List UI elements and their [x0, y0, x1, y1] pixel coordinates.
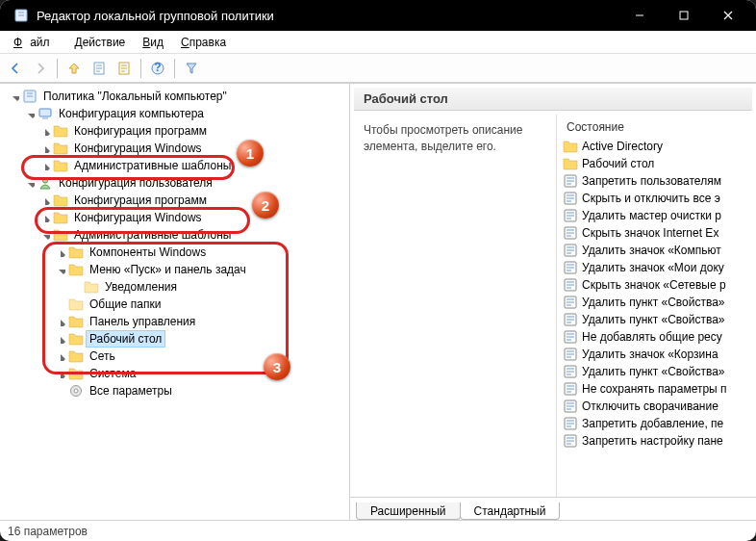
- svg-rect-11: [680, 12, 688, 19]
- list-item[interactable]: Удалить пункт «Свойства»: [557, 294, 752, 311]
- tree-item-u_soft[interactable]: Конфигурация программ: [4, 192, 349, 209]
- folder-icon: [53, 141, 68, 156]
- chevron-right-icon[interactable]: [38, 211, 52, 224]
- folder-icon: [563, 139, 578, 154]
- setting-icon: [563, 399, 578, 414]
- folder-icon: [53, 193, 68, 208]
- tab-standard[interactable]: Стандартный: [460, 502, 561, 520]
- minimize-button[interactable]: [617, 0, 662, 31]
- setting-icon: [563, 381, 578, 397]
- list-item[interactable]: Скрыть значок Internet Ex: [557, 224, 752, 242]
- tree-item-cpanel[interactable]: Панель управления: [4, 313, 349, 330]
- toolbar-separator: [140, 59, 141, 78]
- setting-icon: [563, 173, 578, 189]
- filter-button[interactable]: [180, 57, 203, 80]
- list-item[interactable]: Запретить пользователям: [557, 172, 752, 190]
- tree-item-adm_tpl[interactable]: Административные шаблоны: [4, 157, 349, 174]
- setting-icon: [563, 433, 578, 449]
- list-item[interactable]: Скрыть значок «Сетевые р: [557, 276, 752, 294]
- tree-item-win_cfg[interactable]: Конфигурация Windows: [4, 140, 349, 157]
- toolbar: [0, 54, 756, 83]
- export-button[interactable]: [113, 57, 136, 80]
- tree-item-label: Общие папки: [87, 296, 164, 312]
- list-item-label: Не сохранять параметры п: [582, 382, 727, 396]
- back-button[interactable]: [4, 57, 27, 80]
- description-column: Чтобы просмотреть описание элемента, выд…: [354, 115, 556, 497]
- chevron-down-icon[interactable]: [38, 228, 52, 242]
- tree-item-user_cfg[interactable]: Конфигурация пользователя: [4, 174, 349, 192]
- chevron-none-icon: [54, 384, 67, 398]
- list-item[interactable]: Скрыть и отключить все э: [557, 190, 752, 207]
- folder-icon: [563, 156, 578, 171]
- list-item[interactable]: Не добавлять общие ресу: [557, 328, 752, 346]
- chevron-right-icon[interactable]: [54, 349, 67, 363]
- chevron-down-icon[interactable]: [8, 90, 21, 103]
- tree-item-notif[interactable]: Уведомления: [4, 278, 349, 296]
- chevron-down-icon[interactable]: [23, 107, 37, 120]
- up-button[interactable]: [63, 57, 86, 80]
- menu-help[interactable]: Справка: [173, 33, 234, 52]
- list-item[interactable]: Рабочий стол: [557, 155, 752, 172]
- tree-item-shared[interactable]: Общие папки: [4, 296, 349, 313]
- tree-item-soft_cfg[interactable]: Конфигурация программ: [4, 122, 349, 140]
- list-column-state: Состояние: [557, 115, 752, 138]
- chevron-down-icon[interactable]: [54, 263, 67, 276]
- list-item[interactable]: Отключить сворачивание: [557, 398, 752, 415]
- chevron-right-icon[interactable]: [38, 124, 52, 138]
- chevron-right-icon[interactable]: [54, 245, 67, 259]
- list-item[interactable]: Удалить значок «Компьют: [557, 242, 752, 259]
- chevron-none-icon: [54, 297, 67, 311]
- app-window: Редактор локальной групповой политики Фа…: [0, 0, 756, 541]
- chevron-right-icon[interactable]: [54, 332, 67, 346]
- tree-item-label: Конфигурация компьютера: [56, 106, 207, 121]
- menu-view[interactable]: Вид: [135, 33, 171, 52]
- tree-item-u_win[interactable]: Конфигурация Windows: [4, 209, 349, 226]
- list-item-label: Удалить пункт «Свойства»: [582, 365, 725, 378]
- properties-button[interactable]: [88, 57, 111, 80]
- list-item[interactable]: Active Directory: [557, 138, 752, 155]
- list-item-label: Удалить значок «Компьют: [582, 244, 721, 257]
- list-item[interactable]: Удалить мастер очистки р: [557, 207, 752, 224]
- tree-item-win_comp[interactable]: Компоненты Windows: [4, 244, 349, 261]
- menu-file[interactable]: Файл: [6, 33, 65, 52]
- menu-action[interactable]: Действие: [67, 33, 134, 52]
- tree-item-network[interactable]: Сеть: [4, 348, 349, 365]
- app-icon: [13, 8, 29, 23]
- list-item[interactable]: Не сохранять параметры п: [557, 380, 752, 398]
- tree-item-label: Все параметры: [87, 383, 175, 399]
- tree-item-desktop[interactable]: Рабочий стол: [4, 330, 349, 348]
- chevron-right-icon[interactable]: [38, 142, 52, 155]
- statusbar: 16 параметров: [0, 520, 756, 541]
- list-item[interactable]: Запретить настройку пане: [557, 432, 752, 450]
- forward-button[interactable]: [29, 57, 52, 80]
- chevron-right-icon[interactable]: [38, 159, 52, 172]
- titlebar: Редактор локальной групповой политики: [0, 0, 756, 31]
- maximize-button[interactable]: [662, 0, 706, 31]
- folder-icon: [68, 366, 84, 381]
- close-button[interactable]: [706, 0, 750, 31]
- tree-item-all_params[interactable]: Все параметры: [4, 382, 349, 399]
- menubar: Файл Действие Вид Справка: [0, 31, 756, 54]
- list-item[interactable]: Удалить значок «Мои доку: [557, 259, 752, 276]
- list-item[interactable]: Удалить пункт «Свойства»: [557, 363, 752, 380]
- tabs: Расширенный Стандартный: [350, 497, 756, 520]
- tree-item-start_menu[interactable]: Меню «Пуск» и панель задач: [4, 261, 349, 278]
- chevron-down-icon[interactable]: [23, 176, 37, 190]
- list-item-label: Скрыть и отключить все э: [582, 192, 720, 205]
- tab-extended[interactable]: Расширенный: [356, 502, 461, 520]
- tree-item-label: Административные шаблоны: [71, 227, 234, 243]
- tree-item-comp_cfg[interactable]: Конфигурация компьютера: [4, 105, 349, 122]
- list-item[interactable]: Запретить добавление, пе: [557, 415, 752, 432]
- chevron-right-icon[interactable]: [54, 367, 67, 380]
- list-item[interactable]: Удалить пункт «Свойства»: [557, 311, 752, 328]
- chevron-right-icon[interactable]: [54, 315, 67, 328]
- tree-item-root[interactable]: Политика "Локальный компьютер": [4, 88, 349, 105]
- chevron-right-icon[interactable]: [38, 193, 52, 207]
- list-item[interactable]: Удалить значок «Корзина: [557, 346, 752, 363]
- setting-icon: [563, 347, 578, 362]
- tree-item-system[interactable]: Система: [4, 365, 349, 382]
- list-item-label: Не добавлять общие ресу: [582, 330, 722, 344]
- help-button[interactable]: [146, 57, 169, 80]
- tree-item-u_adm[interactable]: Административные шаблоны: [4, 226, 349, 244]
- list-item-label: Отключить сворачивание: [582, 399, 718, 413]
